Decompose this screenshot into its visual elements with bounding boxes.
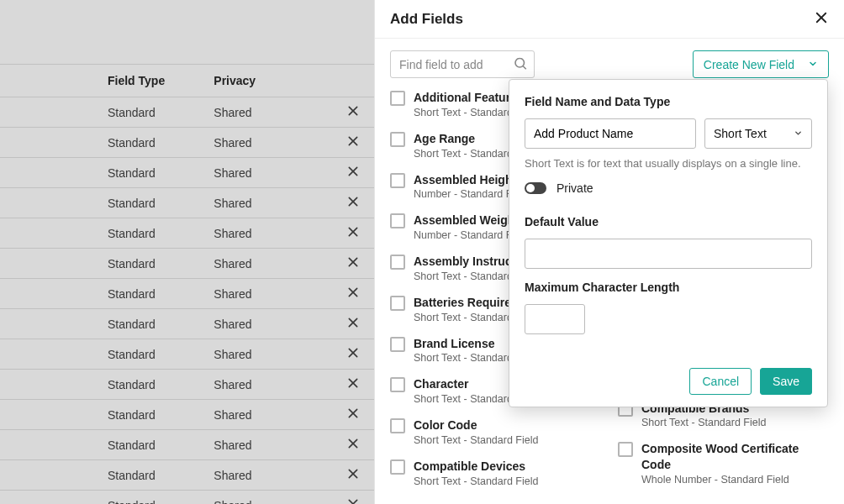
field-item-meta: Short Text - Standard Field bbox=[414, 475, 538, 489]
data-type-value: Short Text bbox=[714, 127, 767, 140]
field-item-name: Compatible Devices bbox=[414, 459, 538, 475]
field-checkbox[interactable] bbox=[390, 459, 405, 475]
svg-line-31 bbox=[523, 66, 526, 69]
field-checkbox[interactable] bbox=[390, 418, 405, 433]
private-label: Private bbox=[557, 181, 593, 195]
label-name-type: Field Name and Data Type bbox=[525, 95, 812, 108]
field-item-name: Color Code bbox=[414, 417, 538, 433]
search-field-wrap bbox=[390, 50, 535, 78]
private-toggle[interactable] bbox=[525, 182, 546, 194]
label-max-length: Maximum Character Length bbox=[525, 281, 812, 294]
field-name-input[interactable] bbox=[525, 118, 696, 149]
field-checkbox[interactable] bbox=[390, 91, 405, 106]
field-checkbox[interactable] bbox=[618, 442, 633, 457]
field-checkbox[interactable] bbox=[390, 377, 405, 392]
available-field-item: Color CodeShort Text - Standard Field bbox=[390, 417, 601, 448]
max-length-input[interactable] bbox=[525, 304, 585, 334]
data-type-help-text: Short Text is for text that usually disp… bbox=[525, 157, 812, 170]
field-checkbox[interactable] bbox=[390, 255, 405, 270]
save-button[interactable]: Save bbox=[760, 368, 812, 395]
field-item-meta: Short Text - Standard Field bbox=[641, 416, 766, 430]
cancel-button[interactable]: Cancel bbox=[689, 368, 752, 395]
chevron-down-icon bbox=[808, 58, 818, 71]
field-checkbox[interactable] bbox=[390, 213, 405, 228]
field-checkbox[interactable] bbox=[390, 173, 405, 188]
available-field-item: Compatible DevicesShort Text - Standard … bbox=[390, 459, 601, 489]
default-value-input[interactable] bbox=[525, 239, 812, 269]
close-icon[interactable] bbox=[814, 10, 829, 28]
field-checkbox[interactable] bbox=[390, 296, 405, 311]
chevron-down-icon bbox=[794, 127, 803, 140]
create-field-popover: Field Name and Data Type Short Text Shor… bbox=[509, 79, 828, 407]
field-checkbox[interactable] bbox=[390, 132, 405, 147]
svg-point-30 bbox=[515, 58, 525, 67]
label-default-value: Default Value bbox=[525, 215, 812, 228]
panel-title: Add Fields bbox=[390, 11, 463, 28]
modal-overlay bbox=[0, 0, 374, 504]
create-new-field-label: Create New Field bbox=[704, 58, 794, 71]
panel-header: Add Fields bbox=[375, 0, 844, 39]
data-type-select[interactable]: Short Text bbox=[704, 118, 812, 149]
search-icon bbox=[513, 55, 528, 73]
create-new-field-button[interactable]: Create New Field bbox=[693, 50, 829, 78]
available-field-item: Composite Wood Certificate CodeWhole Num… bbox=[618, 441, 829, 487]
field-checkbox[interactable] bbox=[390, 337, 405, 352]
field-item-name: Composite Wood Certificate Code bbox=[641, 441, 829, 473]
field-item-meta: Short Text - Standard Field bbox=[414, 433, 538, 448]
field-item-meta: Whole Number - Standard Field bbox=[641, 473, 829, 487]
